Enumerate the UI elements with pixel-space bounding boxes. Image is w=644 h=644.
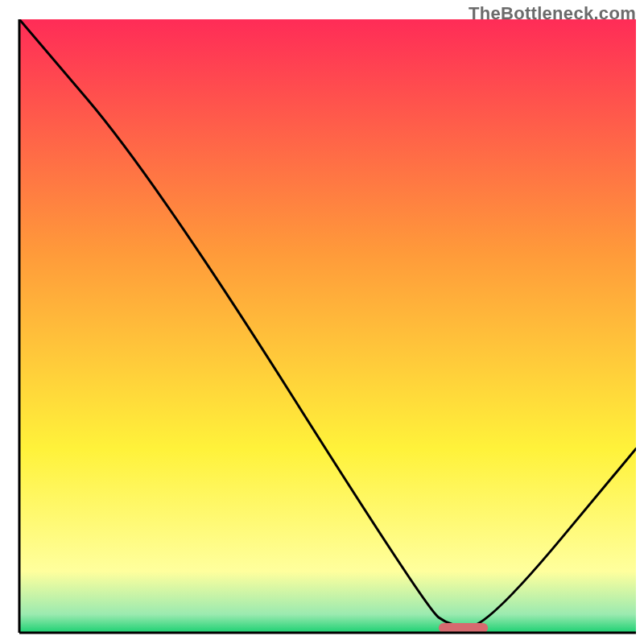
chart-svg xyxy=(0,0,644,644)
watermark-text: TheBottleneck.com xyxy=(469,3,636,24)
bottleneck-chart: TheBottleneck.com xyxy=(0,0,644,644)
gradient-background xyxy=(19,19,636,633)
optimum-marker xyxy=(439,623,488,633)
